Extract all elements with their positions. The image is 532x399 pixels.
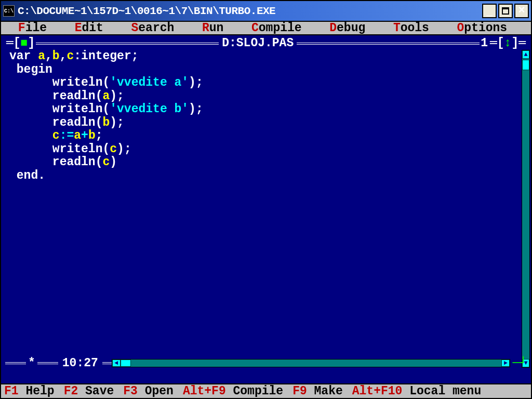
menu-edit[interactable]: Edit — [61, 22, 117, 34]
frame-top: ═[■] D:SLOJ.PAS 1 ═[↕]═ — [5, 37, 527, 49]
frame-close-icon[interactable]: ═[■] — [5, 37, 36, 49]
status-f3[interactable]: F3 Open — [123, 385, 183, 397]
frame-line — [37, 362, 58, 364]
menu-file[interactable]: File — [4, 22, 61, 34]
code-line[interactable]: writeln('vvedite a'); — [9, 76, 523, 90]
resize-corner-icon[interactable]: ─┘ — [510, 357, 527, 369]
scroll-right-icon[interactable]: ► — [501, 360, 510, 367]
status-f2[interactable]: F2 Save — [64, 385, 124, 397]
status-f9[interactable]: F9 Make — [292, 385, 352, 397]
menu-options[interactable]: Options — [443, 22, 521, 34]
scroll-up-icon[interactable]: ▲ — [522, 50, 529, 59]
status-alt-f9[interactable]: Alt+F9 Compile — [183, 385, 292, 397]
code-line[interactable]: begin — [9, 63, 523, 77]
statusbar[interactable]: F1 HelpF2 SaveF3 OpenAlt+F9 CompileF9 Ma… — [1, 383, 531, 398]
code-line[interactable]: end. — [9, 169, 523, 183]
scroll-left-icon[interactable]: ◄ — [112, 360, 121, 367]
code-editor[interactable]: var a,b,c:integer; begin writeln('vvedit… — [5, 49, 527, 182]
maximize-button[interactable] — [498, 4, 513, 18]
scroll-thumb[interactable] — [522, 60, 529, 70]
editor-file-title: D:SLOJ.PAS — [219, 37, 297, 49]
frame-bottom: * 10:27 ◄ ► ─┘ — [5, 357, 527, 369]
status-alt-f10[interactable]: Alt+F10 Local menu — [352, 385, 490, 397]
menu-compile[interactable]: Compile — [237, 22, 315, 34]
window-title: C:\DOCUME~1\157D~1\0016~1\7\BIN\TURBO.EX… — [18, 5, 482, 17]
dos-application: File Edit Search Run Compile Debug Tools… — [1, 21, 531, 398]
code-line[interactable]: readln(c) — [9, 156, 523, 169]
cursor-position: 10:27 — [58, 357, 102, 369]
code-line[interactable]: var a,b,c:integer; — [9, 50, 523, 63]
menu-run[interactable]: Run — [188, 22, 237, 34]
frame-line — [297, 43, 480, 45]
minimize-button[interactable]: _ — [482, 4, 497, 18]
status-f1[interactable]: F1 Help — [4, 385, 64, 397]
app-window: C:\ C:\DOCUME~1\157D~1\0016~1\7\BIN\TURB… — [0, 0, 532, 399]
code-line[interactable]: readln(a); — [9, 90, 523, 103]
frame-line — [36, 43, 219, 45]
menu-search[interactable]: Search — [117, 22, 188, 34]
menu-tools[interactable]: Tools — [379, 22, 443, 34]
titlebar[interactable]: C:\ C:\DOCUME~1\157D~1\0016~1\7\BIN\TURB… — [1, 1, 531, 21]
vertical-scrollbar[interactable]: ▲ ▼ — [522, 50, 530, 368]
system-menu-icon[interactable]: C:\ — [3, 5, 15, 17]
window-number: 1 — [480, 37, 489, 49]
frame-zoom-icon[interactable]: ═[↕]═ — [489, 37, 527, 49]
menu-debug[interactable]: Debug — [315, 22, 379, 34]
close-button[interactable]: × — [514, 4, 529, 18]
code-line[interactable]: c:=a+b; — [9, 129, 523, 143]
menubar[interactable]: File Edit Search Run Compile Debug Tools… — [1, 21, 531, 35]
code-line[interactable]: writeln(c); — [9, 143, 523, 156]
modified-indicator: * — [26, 357, 37, 369]
editor-frame: ═[■] D:SLOJ.PAS 1 ═[↕]═ var a,b,c:intege… — [1, 35, 531, 383]
frame-line — [102, 362, 112, 364]
code-line[interactable]: writeln('vvedite b'); — [9, 103, 523, 116]
scroll-thumb[interactable] — [121, 360, 131, 367]
horizontal-scrollbar[interactable]: ◄ ► — [112, 359, 511, 367]
window-buttons: _ × — [482, 4, 529, 18]
menu-window[interactable]: Window — [521, 22, 532, 34]
code-line[interactable]: readln(b); — [9, 116, 523, 130]
frame-line — [5, 362, 26, 364]
